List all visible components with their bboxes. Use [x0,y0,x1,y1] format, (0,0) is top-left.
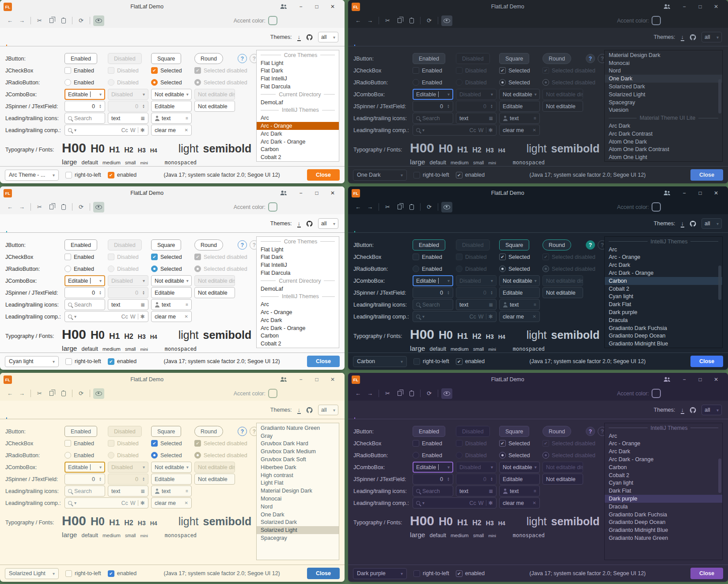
regex-toggle[interactable]: ✱ [489,500,493,506]
close-window-button[interactable]: ✕ [326,188,339,198]
close-button[interactable]: Close [307,169,340,181]
close-window-button[interactable]: ✕ [709,188,723,198]
list-icon[interactable]: ≡ [534,489,536,493]
text-input-calendar[interactable]: text▦ [108,113,148,124]
show-hidden-toggle[interactable] [93,202,104,212]
close-button[interactable]: Close [690,568,723,579]
accent-color-swatch[interactable] [684,203,692,211]
text-input-calendar[interactable]: text▦ [456,485,497,497]
menu-item[interactable] [381,378,388,381]
theme-list-item[interactable]: Arc Dark - Orange [605,269,722,277]
text-input-person[interactable]: text≡ [151,485,192,497]
theme-list-item[interactable]: Atom One Light Contrast [605,161,722,162]
maximize-button[interactable]: □ [310,188,323,198]
github-icon[interactable] [306,34,313,41]
table-icon[interactable]: ▦ [489,116,493,121]
theme-list-item[interactable]: Arc Dark [257,130,339,138]
accent-color-swatch[interactable] [663,390,671,397]
back-button[interactable]: ← [353,388,364,399]
minimize-button[interactable]: − [294,188,307,198]
titlebar[interactable]: FL FlatLaf Demo − □ ✕ [348,0,728,13]
menu-item[interactable] [33,5,40,8]
themes-filter-select[interactable]: all ▾ [701,218,722,229]
textfield-not-editable[interactable]: Not editable [194,101,235,112]
tab[interactable] [77,410,78,419]
theme-list-item[interactable]: Carbon [257,146,339,154]
text-input-calendar[interactable]: text▦ [456,299,497,310]
combobox-editable[interactable]: Editable▾ [64,275,105,286]
theme-list-item[interactable]: Dark purple [605,308,722,316]
theme-list-item[interactable]: High contrast [257,471,339,479]
combobox-editable[interactable]: Editable▾ [413,462,453,473]
theme-list-item[interactable]: DemoLaf [257,99,339,106]
menu-item[interactable] [25,378,32,381]
theme-list-item[interactable]: Atom One Dark Contrast [605,146,722,154]
forward-button[interactable]: → [16,388,27,399]
right-to-left-checkbox[interactable]: right-to-left [65,358,101,365]
tab[interactable] [6,224,7,232]
spinner-arrows[interactable]: ▲▼ [99,104,102,109]
radio-enabled[interactable] [64,79,71,86]
menu-item[interactable] [373,5,380,8]
search-with-options-input[interactable]: ▾CcW✱ [64,311,148,322]
titlebar[interactable]: FL FlatLaf Demo − □ ✕ [0,186,345,200]
menu-item[interactable] [389,378,396,381]
theme-list-item[interactable]: Gradianto Nature Green [257,424,339,432]
menu-item[interactable] [25,5,32,8]
copy-button[interactable] [394,388,405,399]
radio-selected[interactable] [499,265,506,272]
radio-enabled[interactable] [413,79,419,86]
help-button[interactable]: ? [238,240,247,250]
theme-list-item[interactable]: Monocai [257,495,339,503]
whole-word-toggle[interactable]: W [478,314,484,320]
round-button[interactable]: Round [542,53,571,64]
textfield-not-editable[interactable]: Not editable [542,101,583,112]
textfield-not-editable[interactable]: Not editable [194,287,235,298]
text-input-person[interactable]: text≡ [499,299,540,310]
spinner-enabled[interactable]: 0▲▼ [64,287,105,298]
theme-list-item[interactable]: DemoLaf [257,285,339,293]
accent-color-swatch[interactable] [705,203,713,211]
accent-color-swatch[interactable] [322,203,330,211]
list-icon[interactable]: ≡ [186,116,188,121]
enabled-checkbox[interactable]: ✔enabled [456,570,485,577]
refresh-button[interactable]: ⟳ [76,15,87,26]
theme-list-item[interactable]: Gradianto Midnight Blue [605,526,722,534]
forward-button[interactable]: → [16,202,27,212]
clear-me-input[interactable]: clear me✕ [151,497,192,508]
theme-list-item[interactable]: Arc Dark Contrast [605,130,722,138]
enabled-checkbox[interactable]: ✔enabled [456,358,485,365]
theme-list-item[interactable]: Arc Dark - Orange [257,138,339,146]
checkbox-selected[interactable]: ✔ [499,440,506,447]
theme-list-item[interactable]: Flat Light [257,59,339,67]
combobox-editable[interactable]: Editable▾ [413,275,453,286]
text-input-calendar[interactable]: text▦ [108,485,148,497]
table-icon[interactable]: ▦ [141,116,145,121]
theme-list-item[interactable]: Gruvbox Dark Hard [257,440,339,448]
search-with-options-input[interactable]: ▾CcW✱ [413,125,497,136]
show-hidden-toggle[interactable] [93,15,104,26]
list-icon[interactable]: ≡ [534,116,536,121]
theme-list-item[interactable]: Gruvbox Dark Soft [257,455,339,463]
refresh-button[interactable]: ⟳ [424,388,435,399]
radio-selected[interactable] [151,79,158,86]
show-hidden-toggle[interactable] [441,388,452,399]
radio-selected[interactable] [499,79,506,86]
textfield-not-editable[interactable]: Not editable [542,287,583,298]
tab[interactable] [6,410,7,419]
github-icon[interactable] [690,220,696,227]
cut-button[interactable]: ✂ [382,15,393,26]
accent-color-swatch[interactable] [716,390,724,397]
themes-list[interactable]: Gradianto Nature Green Gray Gruvbox Dark… [256,423,339,560]
textfield-editable[interactable]: Editable [151,474,192,485]
refresh-button[interactable]: ⟳ [424,15,435,26]
checkbox-selected[interactable]: ✔ [151,440,158,447]
tab[interactable] [354,224,355,232]
tab[interactable] [20,37,21,46]
menu-item[interactable] [41,378,48,381]
right-to-left-checkbox[interactable]: right-to-left [413,570,449,577]
minimize-button[interactable]: − [294,2,307,11]
accent-color-swatch[interactable] [301,203,308,211]
maximize-button[interactable]: □ [694,375,707,384]
theme-list-item[interactable]: Solarized Light [257,526,339,534]
